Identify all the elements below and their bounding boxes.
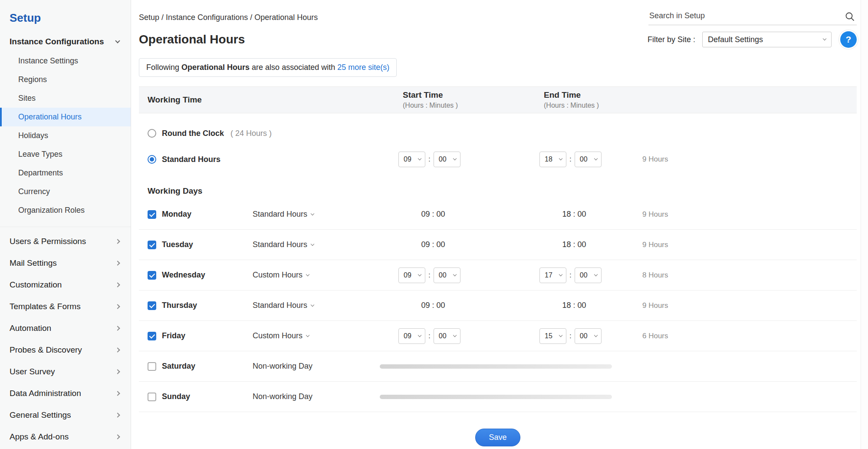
working-time-header: Working Time <box>148 95 398 105</box>
sidebar-item-regions[interactable]: Regions <box>0 70 131 89</box>
chevron-down-icon <box>594 272 597 276</box>
tuesday-start-time: 09 : 00 <box>398 240 468 249</box>
non-working-bar <box>380 364 612 369</box>
sidebar-group-label: Instance Configurations <box>10 37 104 46</box>
wednesday-end-minute-select[interactable]: 00 <box>575 267 602 283</box>
thursday-hours-type-select[interactable]: Standard Hours <box>253 301 314 310</box>
wednesday-end-hour-select[interactable]: 17 <box>539 267 566 283</box>
sidebar-item-holidays[interactable]: Holidays <box>0 126 131 145</box>
sidebar-item-customization[interactable]: Customization <box>0 274 131 296</box>
sidebar-item-probes-discovery[interactable]: Probes & Discovery <box>0 339 131 361</box>
round-the-clock-radio[interactable] <box>148 129 156 138</box>
table-row-monday: Monday Standard Hours 09 : 00 18 : 00 9 … <box>139 199 857 230</box>
saturday-hours-type: Non-working Day <box>253 362 312 370</box>
start-time-header: Start Time (Hours : Minutes ) <box>398 90 458 109</box>
monday-start-time: 09 : 00 <box>398 210 468 219</box>
sidebar-item-operational-hours[interactable]: Operational Hours <box>0 108 131 126</box>
banner-text: are also associated with <box>250 63 337 72</box>
chevron-right-icon <box>115 326 120 330</box>
chevron-down-icon <box>311 242 314 245</box>
friday-end-minute-select[interactable]: 00 <box>575 328 602 344</box>
day-label: Wednesday <box>162 271 205 280</box>
sidebar-item-data-administration[interactable]: Data Administration <box>0 383 131 404</box>
friday-end-hour-select[interactable]: 15 <box>539 328 566 344</box>
saturday-checkbox[interactable] <box>148 362 156 371</box>
chevron-down-icon <box>559 157 562 160</box>
more-sites-link[interactable]: 25 more site(s) <box>337 63 389 72</box>
tuesday-hours-type-select[interactable]: Standard Hours <box>253 240 314 249</box>
wednesday-hours-type-select[interactable]: Custom Hours <box>253 271 309 280</box>
monday-checkbox[interactable] <box>148 210 156 219</box>
standard-hours-duration: 9 Hours <box>642 155 857 164</box>
site-filter-select[interactable]: Default Settings <box>702 32 832 47</box>
save-button[interactable]: Save <box>475 429 520 446</box>
day-label: Sunday <box>162 392 190 401</box>
standard-start-minute-select[interactable]: 00 <box>434 152 460 167</box>
sidebar: Setup Instance Configurations Instance S… <box>0 0 131 449</box>
wednesday-start-hour-select[interactable]: 09 <box>398 267 425 283</box>
chevron-down-icon <box>594 333 597 337</box>
sidebar-item-instance-settings[interactable]: Instance Settings <box>0 52 131 70</box>
info-banner: Following Operational Hours are also ass… <box>139 58 397 77</box>
friday-start-hour-select[interactable]: 09 <box>398 328 425 344</box>
sidebar-item-organization-roles[interactable]: Organization Roles <box>0 201 131 220</box>
sidebar-item-templates-forms[interactable]: Templates & Forms <box>0 296 131 317</box>
day-label: Saturday <box>162 362 195 371</box>
friday-hours-type-select[interactable]: Custom Hours <box>253 331 309 340</box>
sidebar-item-user-survey[interactable]: User Survey <box>0 361 131 383</box>
sidebar-item-currency[interactable]: Currency <box>0 182 131 201</box>
sidebar-item-leave-types[interactable]: Leave Types <box>0 145 131 164</box>
round-the-clock-row: Round the Clock ( 24 Hours ) <box>139 124 857 143</box>
chevron-down-icon <box>311 211 314 215</box>
scrollbar-gutter[interactable] <box>861 0 868 449</box>
setup-title: Setup <box>0 3 131 32</box>
table-row-sunday: Sunday Non-working Day <box>139 382 857 412</box>
thursday-end-time: 18 : 00 <box>539 301 609 310</box>
friday-checkbox[interactable] <box>148 332 156 340</box>
sidebar-sections: Users & Permissions Mail Settings Custom… <box>0 227 131 448</box>
tuesday-checkbox[interactable] <box>148 241 156 249</box>
standard-hours-radio[interactable] <box>148 155 156 164</box>
standard-end-hour-select[interactable]: 18 <box>539 152 566 167</box>
sidebar-item-users-permissions[interactable]: Users & Permissions <box>0 231 131 252</box>
sidebar-item-apps-add-ons[interactable]: Apps & Add-ons <box>0 426 131 448</box>
chevron-right-icon <box>115 261 120 265</box>
friday-start-minute-select[interactable]: 00 <box>434 328 460 344</box>
standard-end-time: 18 : 00 <box>539 152 609 167</box>
search-box <box>648 10 857 25</box>
round-the-clock-label: Round the Clock <box>162 129 224 138</box>
sidebar-item-sites[interactable]: Sites <box>0 89 131 108</box>
wednesday-checkbox[interactable] <box>148 271 156 280</box>
wednesday-start-minute-select[interactable]: 00 <box>434 267 460 283</box>
standard-hours-row: Standard Hours 09 : 00 18 : 00 9 Hours <box>139 144 857 175</box>
banner-bold-text: Operational Hours <box>181 63 250 72</box>
thursday-checkbox[interactable] <box>148 301 156 310</box>
standard-start-time: 09 : 00 <box>398 152 468 167</box>
monday-hours-type-select[interactable]: Standard Hours <box>253 210 314 219</box>
main-panel: Setup / Instance Configurations / Operat… <box>131 0 868 449</box>
sidebar-item-mail-settings[interactable]: Mail Settings <box>0 252 131 274</box>
chevron-down-icon <box>453 272 456 276</box>
monday-end-time: 18 : 00 <box>539 210 609 219</box>
friday-start-time: 09 : 00 <box>398 328 468 344</box>
wednesday-duration: 8 Hours <box>642 271 857 280</box>
chevron-right-icon <box>115 347 120 352</box>
standard-start-hour-select[interactable]: 09 <box>398 152 425 167</box>
sidebar-item-general-settings[interactable]: General Settings <box>0 404 131 426</box>
friday-end-time: 15 : 00 <box>539 328 609 344</box>
working-days-list: Monday Standard Hours 09 : 00 18 : 00 9 … <box>139 199 857 412</box>
chevron-down-icon <box>823 37 826 40</box>
standard-end-minute-select[interactable]: 00 <box>575 152 602 167</box>
monday-duration: 9 Hours <box>642 210 857 219</box>
chevron-right-icon <box>115 239 120 244</box>
search-input[interactable] <box>649 11 840 20</box>
help-button[interactable]: ? <box>840 31 857 48</box>
day-label: Tuesday <box>162 240 193 249</box>
thursday-duration: 9 Hours <box>642 301 857 310</box>
sidebar-item-departments[interactable]: Departments <box>0 164 131 182</box>
search-icon[interactable] <box>845 11 855 22</box>
sidebar-item-automation[interactable]: Automation <box>0 317 131 339</box>
filter-area: Filter by Site : Default Settings ? <box>648 31 857 48</box>
sidebar-group-instance-configurations[interactable]: Instance Configurations <box>0 32 131 52</box>
sunday-checkbox[interactable] <box>148 393 156 401</box>
